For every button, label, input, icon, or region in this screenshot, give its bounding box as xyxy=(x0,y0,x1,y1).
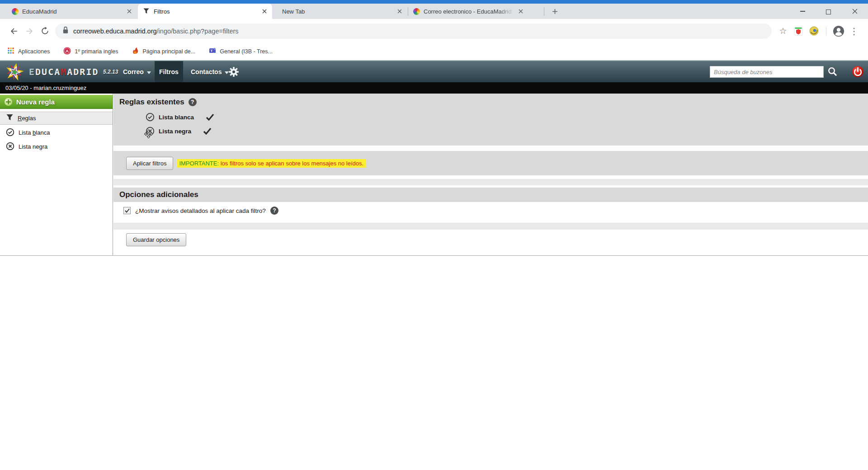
forward-button[interactable] xyxy=(22,24,37,39)
sidebar-item-lista-blanca[interactable]: Lista blanca xyxy=(0,127,113,139)
tab-title: New Tab xyxy=(282,8,393,15)
checkbox-label: ¿Mostrar avisos detallados al aplicar ca… xyxy=(135,207,266,214)
window-minimize-button[interactable] xyxy=(789,4,816,19)
apps-grid-icon xyxy=(7,47,14,56)
url-path: /ingo/basic.php?page=filters xyxy=(157,28,239,35)
sidebar-item-reglas[interactable]: Reglas xyxy=(0,112,113,125)
spacer xyxy=(113,223,868,230)
status-bar: 03/05/20 - marian.cruzminguez xyxy=(0,82,868,94)
tab-strip: EducaMadrid Filtros New Tab Correo elect… xyxy=(0,4,868,19)
mailbox-search-input[interactable] xyxy=(710,66,824,78)
additional-options-heading: Opciones adicionales xyxy=(113,188,868,202)
new-rule-label: Nueva regla xyxy=(16,98,55,106)
bookmark-aplicaciones[interactable]: Aplicaciones xyxy=(7,47,50,56)
rule-name-link[interactable]: Lista negra xyxy=(159,128,191,135)
logout-power-icon[interactable] xyxy=(852,66,864,80)
window-close-button[interactable] xyxy=(842,4,868,19)
new-rule-button[interactable]: Nueva regla xyxy=(0,95,113,109)
close-tab-icon[interactable] xyxy=(125,7,133,15)
lock-icon xyxy=(62,26,69,36)
help-icon[interactable]: ? xyxy=(270,207,278,215)
rule-row-lista-blanca: Lista blanca xyxy=(146,113,868,122)
menu-correo[interactable]: Correo xyxy=(118,61,156,82)
options-row: ¿Mostrar avisos detallados al aplicar ca… xyxy=(113,202,868,223)
rule-enabled-check[interactable] xyxy=(206,113,214,121)
close-tab-icon[interactable] xyxy=(396,7,404,15)
brand-wordmark: EDUCAMADRID xyxy=(29,61,99,82)
extension-shield-icon[interactable] xyxy=(791,24,806,39)
apply-filters-button[interactable]: Aplicar filtros xyxy=(126,157,173,170)
circle-check-icon[interactable] xyxy=(146,113,155,122)
new-tab-button[interactable] xyxy=(549,5,561,18)
profile-avatar[interactable] xyxy=(831,24,846,39)
flame-favicon xyxy=(132,47,139,56)
url-domain: correoweb.educa.madrid.org xyxy=(73,28,157,35)
letter-a-favicon: A xyxy=(63,47,71,56)
educamadrid-favicon xyxy=(12,8,19,15)
bookmark-star-icon[interactable]: ☆ xyxy=(775,24,791,39)
reload-button[interactable] xyxy=(37,24,52,39)
show-notices-checkbox[interactable] xyxy=(123,207,131,214)
spacer xyxy=(113,179,868,185)
tab-separator xyxy=(544,7,544,16)
close-tab-icon[interactable] xyxy=(260,7,269,15)
circle-check-icon xyxy=(6,128,14,138)
spacer xyxy=(113,146,868,151)
url-bar[interactable]: correoweb.educa.madrid.org/ingo/basic.ph… xyxy=(55,24,772,39)
sidebar-item-label: Lista negra xyxy=(19,143,47,150)
menu-filtros[interactable]: Filtros xyxy=(155,61,183,82)
tab-new-tab[interactable]: New Tab xyxy=(274,4,407,19)
sidebar: Nueva regla Reglas Lista blanca Lista ne… xyxy=(0,94,113,256)
bookmark-label: General (I3B - Tres... xyxy=(220,48,273,55)
close-tab-icon[interactable] xyxy=(517,7,525,15)
bookmark-primaria[interactable]: A 1º primaria ingles xyxy=(63,47,118,56)
spacer xyxy=(113,175,868,179)
bookmark-label: Página principal de... xyxy=(142,48,195,55)
tab-title: EducaMadrid xyxy=(22,8,123,15)
extension-camera-icon[interactable] xyxy=(806,24,821,39)
tab-filtros[interactable]: Filtros xyxy=(138,4,272,19)
educamadrid-logo[interactable] xyxy=(3,62,26,84)
gear-icon[interactable] xyxy=(228,66,239,79)
search-icon[interactable] xyxy=(827,66,838,79)
filter-icon xyxy=(143,8,150,15)
move-cursor xyxy=(144,130,153,140)
sidebar-item-label: Lista blanca xyxy=(19,129,50,136)
existing-rules-section: Reglas existentes ? Lista blanca xyxy=(113,94,868,146)
rule-row-lista-negra: Lista negra xyxy=(146,127,868,136)
save-options-row: Guardar opciones xyxy=(113,230,868,256)
menu-contactos[interactable]: Contactos xyxy=(186,61,233,82)
filters-warning: IMPORTANTE: los filtros solo se aplican … xyxy=(177,159,366,168)
titlebar-accent xyxy=(0,0,868,4)
educamadrid-navbar: EDUCAMADRID 5.2.13 Correo Filtros Contac… xyxy=(0,60,868,82)
tab-educamadrid[interactable]: EducaMadrid xyxy=(7,4,137,19)
svg-text:A: A xyxy=(66,48,69,53)
save-options-button[interactable]: Guardar opciones xyxy=(126,233,186,246)
back-button[interactable] xyxy=(6,24,22,39)
browser-menu-kebab-icon[interactable]: ⋮ xyxy=(846,24,862,39)
main-content: Reglas existentes ? Lista blanca xyxy=(113,94,868,256)
sidebar-item-label: Reglas xyxy=(18,115,36,122)
rule-name-link[interactable]: Lista blanca xyxy=(159,114,194,121)
bookmark-label: Aplicaciones xyxy=(18,48,50,55)
bookmark-label: 1º primaria ingles xyxy=(75,48,118,55)
plus-icon xyxy=(5,98,12,106)
section-heading: Reglas existentes ? xyxy=(113,94,868,107)
version-label: 5.2.13 xyxy=(103,69,118,75)
rule-enabled-check[interactable] xyxy=(203,127,212,135)
filter-icon xyxy=(6,114,14,122)
url-text: correoweb.educa.madrid.org/ingo/basic.ph… xyxy=(73,28,239,35)
tab-title: Filtros xyxy=(154,8,258,15)
tab-correo[interactable]: Correo electronico - EducaMadrid xyxy=(408,4,542,19)
circle-x-icon[interactable] xyxy=(146,127,155,136)
bookmark-general-teams[interactable]: T General (I3B - Tres... xyxy=(209,47,273,56)
sidebar-item-lista-negra[interactable]: Lista negra xyxy=(0,141,113,153)
bookmark-pagina-principal[interactable]: Página principal de... xyxy=(132,47,195,56)
browser-toolbar: correoweb.educa.madrid.org/ingo/basic.ph… xyxy=(0,19,868,43)
svg-text:T: T xyxy=(211,49,213,53)
help-icon[interactable]: ? xyxy=(189,98,197,106)
circle-x-icon xyxy=(6,142,14,152)
bookmarks-bar: Aplicaciones A 1º primaria ingles Página… xyxy=(0,43,868,60)
window-restore-button[interactable] xyxy=(816,4,842,19)
apply-filters-row: Aplicar filtros IMPORTANTE: los filtros … xyxy=(113,151,868,175)
